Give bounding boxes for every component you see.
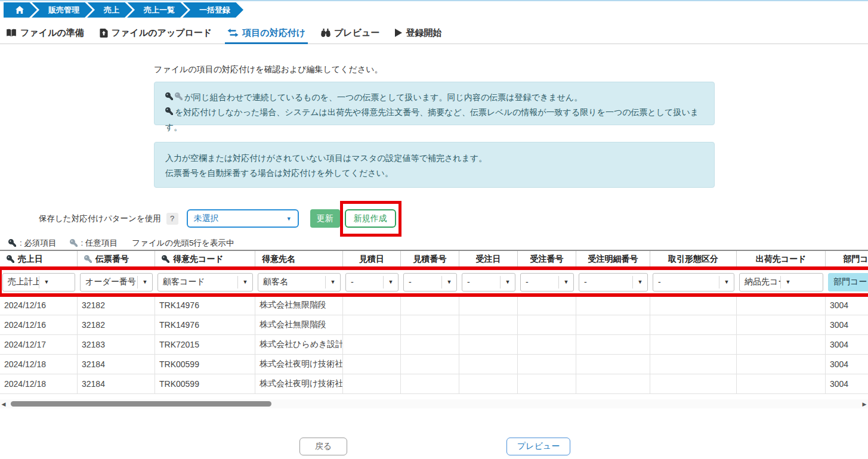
table-cell: 株式会社無限階段 — [255, 296, 343, 315]
column-header-label: 取引形態区分 — [668, 254, 718, 265]
table-cell — [401, 374, 459, 393]
mapping-select-row: 売上計上日▼オーダー番号▼顧客コード▼顧客名▼-▼-▼-▼-▼-▼-▼納品先コー… — [0, 268, 868, 296]
chevron-down-icon: ▼ — [781, 279, 795, 285]
chevron-down-icon: ▼ — [286, 216, 292, 222]
pattern-select-value: 未選択 — [194, 213, 219, 224]
mapping-select-5[interactable]: -▼ — [403, 273, 457, 291]
mapping-select-11[interactable]: 部門コード▼ — [828, 273, 868, 291]
help-icon[interactable]: ? — [166, 213, 178, 225]
mapping-select-1[interactable]: オーダー番号▼ — [80, 273, 153, 291]
table-cell — [650, 335, 737, 354]
table-cell — [518, 315, 576, 334]
horizontal-scrollbar[interactable]: ◀ ▶ — [0, 399, 868, 408]
table-cell: TRK72015 — [155, 335, 255, 354]
scrollbar-thumb[interactable] — [11, 401, 271, 407]
tab-2[interactable]: 項目の対応付け — [227, 22, 305, 44]
chevron-down-icon: ▼ — [238, 279, 252, 285]
column-header-5: 見積番号 — [401, 251, 459, 268]
table-cell: 2024/12/17 — [0, 335, 78, 354]
table-cell: 32182 — [78, 315, 155, 334]
bulk-register-page: 販売管理売上売上一覧一括登録 ファイルの準備ファイルのアップロード項目の対応付け… — [0, 0, 868, 459]
mapping-select-value: - — [579, 277, 632, 287]
table-cell — [343, 315, 401, 334]
table-cell — [518, 335, 576, 354]
table-cell: TRK14976 — [155, 315, 255, 334]
mapping-cell-1: オーダー番号▼ — [78, 268, 155, 296]
mapping-cell-10: 納品先コード▼ — [737, 268, 826, 296]
mapping-cell-3: 顧客名▼ — [255, 268, 343, 296]
tab-0[interactable]: ファイルの準備 — [6, 22, 84, 44]
step-tabs: ファイルの準備ファイルのアップロード項目の対応付けプレビュー登録開始 — [0, 22, 868, 44]
key-required-icon — [8, 239, 16, 249]
table-cell — [459, 296, 518, 315]
chevron-down-icon: ▼ — [559, 279, 573, 285]
scroll-right-icon[interactable]: ▶ — [861, 401, 868, 407]
update-button[interactable]: 更新 — [310, 209, 340, 228]
scrollbar-track[interactable] — [7, 399, 861, 408]
column-header-label: 受注番号 — [530, 254, 564, 265]
breadcrumb-home[interactable] — [4, 2, 37, 18]
info-line-4: 伝票番号を自動採番する場合は対応付けを外してください。 — [165, 166, 703, 181]
table-cell — [576, 315, 650, 334]
create-new-button[interactable]: 新規作成 — [345, 209, 396, 228]
column-header-label: 得意先名 — [262, 254, 295, 265]
breadcrumb-item-4[interactable]: 一括登録 — [183, 2, 243, 18]
chevron-down-icon: ▼ — [633, 279, 647, 285]
tab-4[interactable]: 登録開始 — [395, 22, 441, 44]
mapping-select-7[interactable]: -▼ — [520, 273, 574, 291]
chevron-down-icon: ▼ — [384, 279, 398, 285]
key-optional-icon — [70, 239, 78, 249]
tab-3[interactable]: プレビュー — [321, 22, 379, 44]
table-cell: 32184 — [78, 355, 155, 374]
info-line-1: が同じ組合わせで連続しているものを、一つの伝票として扱います。同じ内容の伝票は登… — [165, 90, 703, 105]
mapping-select-3[interactable]: 顧客名▼ — [258, 273, 341, 291]
table-cell — [650, 296, 737, 315]
column-header-label: 受注明細番号 — [588, 254, 638, 265]
file-upload-icon — [100, 29, 108, 38]
mapping-cell-7: -▼ — [518, 268, 576, 296]
tab-label: ファイルの準備 — [20, 27, 84, 39]
mapping-select-9[interactable]: -▼ — [653, 273, 734, 291]
pattern-select[interactable]: 未選択 ▼ — [187, 209, 299, 228]
saved-pattern-label: 保存した対応付けパターンを使用 — [39, 213, 161, 224]
column-header-label: 見積日 — [359, 254, 384, 265]
column-header-11: 部門コード — [826, 251, 868, 268]
column-header-label: 受注日 — [476, 254, 501, 265]
table-cell — [343, 296, 401, 315]
table-cell: 3004 — [826, 374, 868, 393]
breadcrumb-item-1[interactable]: 販売管理 — [32, 2, 92, 18]
table-cell: 2024/12/16 — [0, 315, 78, 334]
breadcrumb-item-2[interactable]: 売上 — [87, 2, 132, 18]
preview-button[interactable]: プレビュー — [506, 438, 570, 455]
info-box-duplicate-rule: が同じ組合わせで連続しているものを、一つの伝票として扱います。同じ内容の伝票は登… — [154, 82, 715, 125]
chevron-down-icon: ▼ — [501, 279, 515, 285]
mapping-select-2[interactable]: 顧客コード▼ — [157, 273, 253, 291]
mapping-select-10[interactable]: 納品先コード▼ — [739, 273, 823, 291]
mapping-select-8[interactable]: -▼ — [579, 273, 648, 291]
mapping-select-4[interactable]: -▼ — [345, 273, 399, 291]
tab-1[interactable]: ファイルのアップロード — [100, 22, 212, 44]
table-cell — [401, 355, 459, 374]
mapping-select-0[interactable]: 売上計上日▼ — [2, 273, 75, 291]
table-cell — [401, 315, 459, 334]
breadcrumb-item-3[interactable]: 売上一覧 — [127, 2, 188, 18]
table-cell: 3004 — [826, 296, 868, 315]
breadcrumb: 販売管理売上売上一覧一括登録 — [0, 0, 868, 18]
column-header-0: 売上日 — [0, 251, 78, 268]
key-required-icon — [165, 90, 173, 105]
scroll-left-icon[interactable]: ◀ — [0, 401, 7, 407]
back-button[interactable]: 戻る — [299, 438, 347, 455]
table-cell — [401, 335, 459, 354]
mapping-select-6[interactable]: -▼ — [462, 273, 515, 291]
table-cell: 2024/12/18 — [0, 374, 78, 393]
table-cell: 2024/12/16 — [0, 296, 78, 315]
create-button-wrap: 新規作成 — [345, 209, 396, 228]
mapping-table: 売上日伝票番号得意先コード得意先名見積日見積番号受注日受注番号受注明細番号取引形… — [0, 250, 868, 395]
table-cell — [650, 355, 737, 374]
table-cell — [459, 374, 518, 393]
table-cell — [343, 335, 401, 354]
table-cell: 32182 — [78, 296, 155, 315]
table-cell — [650, 374, 737, 393]
table-row-4: 2024/12/1832184TRK00599株式会社夜明け技術社3004 — [0, 374, 868, 394]
table-cell — [459, 335, 518, 354]
